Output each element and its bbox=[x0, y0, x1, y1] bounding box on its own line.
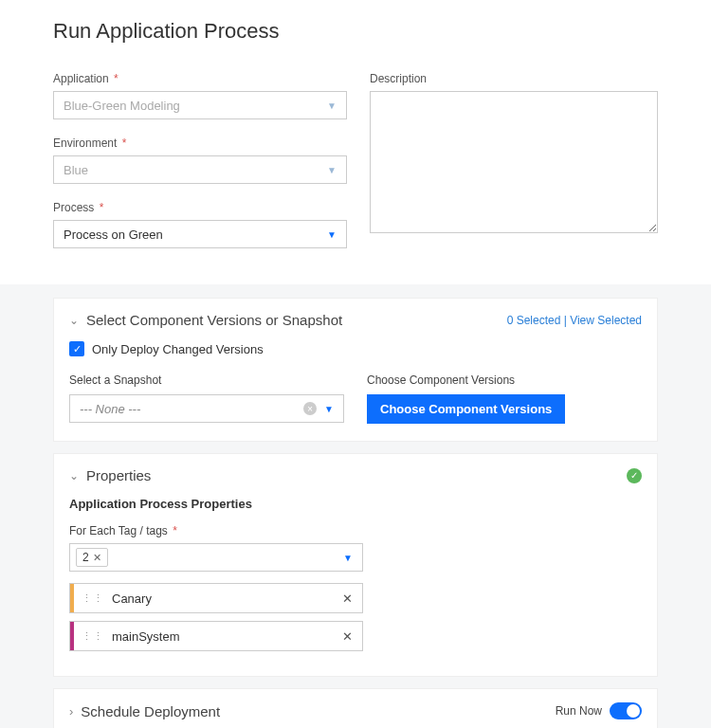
page-title: Run Application Process bbox=[53, 19, 658, 44]
chevron-down-icon: ▼ bbox=[327, 100, 337, 111]
tags-label: For Each Tag / tags * bbox=[69, 524, 363, 537]
properties-panel-title: Properties bbox=[86, 467, 151, 483]
tags-count-chip: 2 ✕ bbox=[76, 548, 108, 567]
process-label: Process * bbox=[53, 201, 347, 214]
application-label: Application * bbox=[53, 72, 347, 85]
description-label: Description bbox=[370, 72, 658, 85]
environment-select[interactable]: Blue ▼ bbox=[53, 155, 347, 184]
tags-select[interactable]: 2 ✕ ▼ bbox=[69, 543, 363, 572]
deploy-changed-label: Only Deploy Changed Versions bbox=[92, 342, 264, 356]
chevron-down-icon: ▼ bbox=[343, 553, 353, 563]
close-icon[interactable]: ✕ bbox=[93, 552, 101, 564]
chevron-right-icon: › bbox=[69, 704, 73, 719]
environment-label: Environment * bbox=[53, 136, 347, 150]
clear-icon[interactable]: × bbox=[303, 402, 317, 415]
run-now-toggle[interactable] bbox=[610, 702, 642, 719]
schedule-panel-title: Schedule Deployment bbox=[81, 703, 220, 719]
versions-panel-header[interactable]: ⌄ Select Component Versions or Snapshot … bbox=[54, 299, 657, 341]
chevron-down-icon: ▼ bbox=[324, 404, 334, 414]
drag-handle-icon[interactable]: ⋮⋮ bbox=[74, 630, 112, 643]
snapshot-select[interactable]: --- None --- × ▼ bbox=[69, 394, 344, 423]
tag-name: Canary bbox=[112, 592, 152, 606]
description-textarea[interactable] bbox=[370, 91, 658, 233]
deploy-changed-checkbox[interactable]: ✓ bbox=[69, 341, 84, 356]
drag-handle-icon[interactable]: ⋮⋮ bbox=[74, 592, 112, 605]
view-selected-link[interactable]: 0 Selected | View Selected bbox=[507, 314, 642, 327]
versions-panel-title: Select Component Versions or Snapshot bbox=[86, 312, 342, 328]
schedule-panel-header[interactable]: › Schedule Deployment Run Now bbox=[53, 688, 658, 728]
properties-panel-header[interactable]: ⌄ Properties ✓ bbox=[54, 454, 657, 497]
select-snapshot-label: Select a Snapshot bbox=[69, 373, 344, 387]
process-select[interactable]: Process on Green ▼ bbox=[53, 220, 347, 248]
toggle-knob bbox=[627, 704, 640, 718]
tag-name: mainSystem bbox=[112, 629, 180, 644]
chevron-down-icon: ⌄ bbox=[69, 314, 79, 327]
environment-value: Blue bbox=[64, 163, 88, 177]
chevron-down-icon: ▼ bbox=[327, 229, 337, 240]
remove-tag-icon[interactable]: ✕ bbox=[342, 629, 353, 644]
snapshot-value: --- None --- bbox=[80, 402, 140, 416]
choose-versions-label: Choose Component Versions bbox=[367, 373, 642, 387]
chevron-down-icon: ▼ bbox=[327, 165, 337, 175]
remove-tag-icon[interactable]: ✕ bbox=[342, 592, 353, 606]
run-now-label: Run Now bbox=[556, 704, 602, 718]
tag-item: ⋮⋮ Canary ✕ bbox=[69, 583, 363, 613]
properties-subtitle: Application Process Properties bbox=[69, 497, 642, 511]
application-select[interactable]: Blue-Green Modeling ▼ bbox=[53, 91, 347, 119]
process-value: Process on Green bbox=[64, 228, 163, 242]
chevron-down-icon: ⌄ bbox=[69, 469, 79, 482]
tag-item: ⋮⋮ mainSystem ✕ bbox=[69, 621, 363, 651]
application-value: Blue-Green Modeling bbox=[64, 99, 180, 113]
check-icon: ✓ bbox=[627, 468, 642, 483]
choose-component-versions-button[interactable]: Choose Component Versions bbox=[367, 394, 565, 424]
